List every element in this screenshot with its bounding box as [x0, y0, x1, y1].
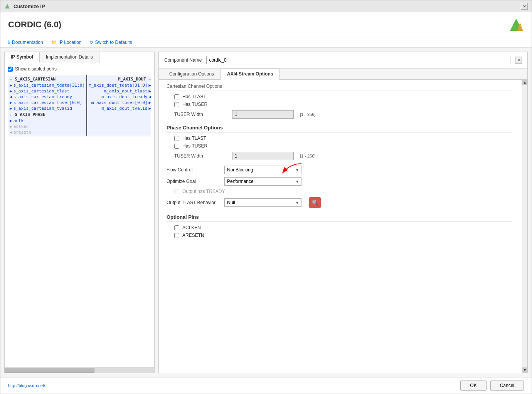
cartesian-tuser-width-range: [1 - 256] [300, 112, 315, 117]
port-s-tready: ◀ s_axis_cartesian_tready [10, 94, 85, 100]
arrow-right-icon6: ▶ [10, 124, 12, 129]
tab-configuration-options[interactable]: Configuration Options [163, 69, 221, 79]
component-name-input[interactable] [206, 56, 510, 64]
optimize-goal-label: Optimize Goal [167, 179, 221, 184]
title-bar: Customize IP ✕ [0, 0, 532, 12]
aclken-checkbox[interactable] [174, 225, 179, 230]
show-disabled-ports-label: Show disabled ports [15, 66, 57, 72]
left-panel-body: Show disabled ports — S_AXIS_CARTESIAN ▶… [5, 63, 154, 367]
ip-symbol-display: — S_AXIS_CARTESIAN ▶ s_axis_cartesian_td… [8, 75, 151, 136]
port-m-tdata: m_axis_dout_tdata[31:0] ▶ [89, 82, 151, 88]
toolbar: ℹ Documentation 📁 IP Location ↺ Switch t… [0, 37, 532, 48]
arrow-left-icon2: ◀ [10, 130, 12, 135]
switch-defaults-link[interactable]: ↺ Switch to Defaults [89, 40, 132, 45]
left-scrollbar-h[interactable] [5, 367, 154, 373]
arrow-right-icon7: ▶ [148, 83, 151, 88]
phase-has-tuser-checkbox[interactable] [174, 144, 179, 149]
documentation-link[interactable]: ℹ Documentation [8, 40, 43, 45]
output-tready-row: Output has TREADY [167, 189, 512, 194]
port-s-tvalid: ▶ s_axis_cartesian_tvalid [10, 106, 85, 111]
arrow-right-icon8: ▶ [148, 89, 151, 94]
port-m-tready: m_axis_dout_tready ◀ [89, 94, 151, 100]
port-m-tlast: m_axis_dout_tlast ▶ [89, 88, 151, 94]
arrow-right-icon2: ▶ [10, 89, 12, 94]
footer-url[interactable]: http://blog.csdn.net/... [8, 383, 49, 388]
main-content: IP Symbol Implementation Details Show di… [0, 48, 532, 377]
right-tabs: Configuration Options AXI4 Stream Option… [159, 69, 527, 80]
component-name-row: Component Name ✕ [159, 52, 527, 69]
arrow-left-icon3: ◀ [148, 94, 151, 99]
switch-defaults-label: Switch to Defaults [95, 40, 132, 45]
output-tlast-row: Output TLAST Behavior Null Pass_TLAST_of… [167, 197, 512, 208]
output-tready-label: Output has TREADY [182, 189, 225, 194]
flow-control-select[interactable]: NonBlocking Blocking [224, 166, 301, 174]
port-m-tuser: m_axis_dout_tuser[0:0] ▶ [89, 100, 151, 106]
main-window: Customize IP ✕ CORDIC (6.0) ℹ Documentat… [0, 0, 532, 394]
phase-has-tlast-label: Has TLAST [182, 136, 206, 141]
tab-axi4-stream-options[interactable]: AXI4 Stream Options [221, 69, 279, 80]
cartesian-tuser-width-label: TUSER Width [174, 112, 228, 117]
ok-button[interactable]: OK [460, 381, 486, 391]
port-s-tlast: ▶ s_axis_cartesian_tlast [10, 88, 85, 94]
footer-buttons: OK Cancel [460, 381, 524, 391]
output-tlast-select[interactable]: Null Pass_TLAST_of_S_AXIS_CARTESIAN AND_… [224, 198, 301, 207]
vivado-icon [4, 3, 10, 9]
optimize-goal-select-wrapper: Performance Resources ▼ [224, 177, 301, 186]
right-scrollbar[interactable]: ▲ ▼ [522, 80, 527, 373]
content-area: Cartesian Channel Options Has TLAST Has … [167, 84, 520, 238]
location-icon: 📁 [51, 40, 57, 45]
output-tready-checkbox[interactable] [174, 189, 179, 194]
left-panel: IP Symbol Implementation Details Show di… [4, 52, 155, 373]
right-content: ▲ ▼ Cartesian Channel Options Has TLAST … [159, 80, 527, 373]
component-name-label: Component Name [164, 57, 202, 63]
phase-has-tlast-checkbox[interactable] [174, 136, 179, 141]
arrow-left-icon: ◀ [10, 94, 12, 99]
phase-tuser-width-input[interactable] [232, 152, 294, 160]
tab-ip-symbol[interactable]: IP Symbol [5, 52, 40, 63]
search-button[interactable]: 🔍 [309, 197, 321, 208]
aclken-label: ACLKEN [182, 225, 201, 230]
port-aclk: ▶ aclk [10, 118, 85, 124]
show-disabled-ports-checkbox[interactable] [8, 67, 13, 72]
port-s-tdata: ▶ s_axis_cartesian_tdata[31:0] [10, 82, 85, 88]
cartesian-tuser-width-row: TUSER Width [1 - 256] [167, 110, 512, 119]
scrollbar-down-btn[interactable]: ▼ [522, 367, 527, 373]
output-tlast-select-wrapper: Null Pass_TLAST_of_S_AXIS_CARTESIAN AND_… [224, 198, 301, 207]
phase-tuser-width-label: TUSER Width [174, 153, 228, 159]
left-scrollbar-thumb[interactable] [5, 368, 94, 373]
ip-location-link[interactable]: 📁 IP Location [51, 40, 82, 45]
arrow-right-icon10: ▶ [148, 106, 151, 111]
left-tabs: IP Symbol Implementation Details [5, 52, 154, 63]
optimize-goal-select[interactable]: Performance Resources [224, 177, 301, 186]
cartesian-has-tuser-checkbox[interactable] [174, 102, 179, 107]
phase-tuser-width-range: [1 - 256] [300, 154, 315, 158]
scrollbar-up-btn[interactable]: ▲ [522, 80, 527, 85]
search-icon: 🔍 [312, 200, 318, 206]
flow-control-select-wrapper: NonBlocking Blocking ▼ [224, 166, 301, 174]
ports-left-col: — S_AXIS_CARTESIAN ▶ s_axis_cartesian_td… [8, 75, 87, 136]
phase-section-header: Phase Channel Options [167, 125, 512, 132]
group-label-dout: M_AXIS_DOUT — [89, 76, 151, 82]
flow-control-row: Flow Control NonBlocking Blocking ▼ [167, 166, 512, 174]
window-title: Customize IP [13, 3, 45, 9]
port-aresetn: ◀ aresetn [10, 129, 85, 135]
vivado-logo [508, 17, 524, 32]
aresetn-label: ARESETN [182, 233, 204, 238]
cartesian-has-tlast-checkbox[interactable] [174, 94, 179, 99]
phase-has-tlast-row: Has TLAST [167, 136, 512, 141]
phase-has-tuser-label: Has TUSER [182, 143, 207, 149]
show-disabled-ports-row: Show disabled ports [8, 66, 151, 72]
page-title: CORDIC (6.0) [8, 20, 61, 30]
phase-tuser-width-row: TUSER Width [1 - 256] [167, 152, 512, 160]
arrow-right-icon: ▶ [10, 83, 12, 88]
group-label-phase: + S_AXIS_PHASE [10, 111, 85, 118]
group-label-cartesian: — S_AXIS_CARTESIAN [10, 76, 85, 82]
flow-control-label: Flow Control [167, 167, 221, 173]
cartesian-tuser-width-input[interactable] [232, 110, 294, 119]
cancel-button[interactable]: Cancel [490, 381, 524, 391]
partial-section-label: Cartesian Channel Options [167, 84, 512, 91]
component-name-clear-button[interactable]: ✕ [515, 57, 522, 64]
tab-implementation-details[interactable]: Implementation Details [40, 52, 99, 63]
aresetn-checkbox[interactable] [174, 233, 179, 238]
close-button[interactable]: ✕ [521, 3, 528, 10]
